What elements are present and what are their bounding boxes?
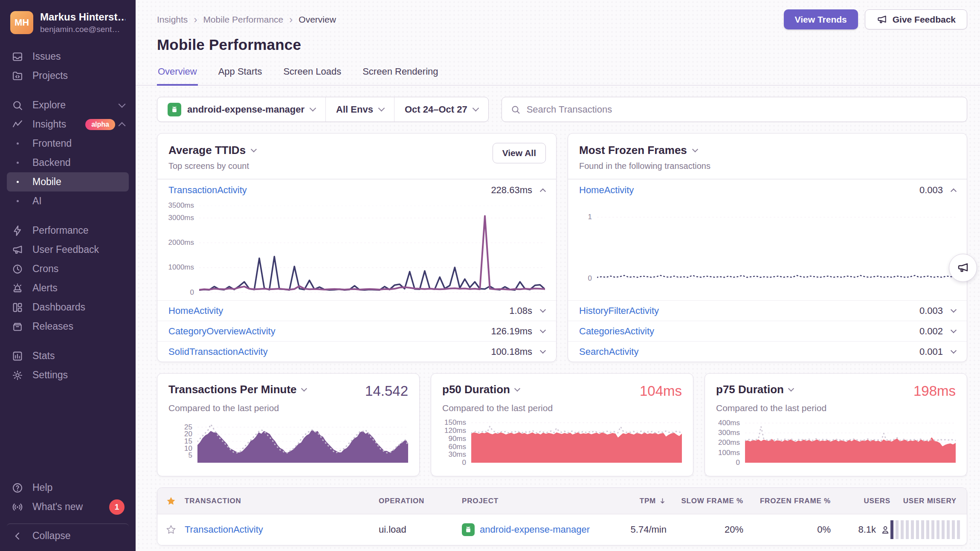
transaction-link[interactable]: TransactionActivity <box>185 524 263 535</box>
breadcrumb-overview: Overview <box>299 14 336 25</box>
frozen-card-subtitle: Found in the following transactions <box>579 161 956 171</box>
col-tpm-sorted[interactable]: TPM <box>640 497 667 505</box>
sidebar-item-ai[interactable]: AI <box>7 191 129 211</box>
date-range-value: Oct 24–Oct 27 <box>405 104 467 115</box>
give-feedback-button[interactable]: Give Feedback <box>865 9 967 29</box>
transaction-link[interactable]: HistoryFilterActivity <box>579 305 659 316</box>
col-slow-frame[interactable]: SLOW FRAME % <box>681 497 743 505</box>
transaction-link[interactable]: CategoriesActivity <box>579 326 654 337</box>
sidebar-item-stats[interactable]: Stats <box>7 346 129 365</box>
col-transaction[interactable]: TRANSACTION <box>185 497 379 505</box>
p75-subtitle: Compared to the last period <box>716 403 956 413</box>
transaction-link[interactable]: SolidTransactionActivity <box>168 346 268 357</box>
p50-value: 104ms <box>640 383 682 399</box>
siren-icon <box>11 282 24 295</box>
chevron-down-icon[interactable] <box>251 146 257 152</box>
expand-row-icon[interactable] <box>951 327 957 333</box>
sidebar-item-alerts[interactable]: Alerts <box>7 278 129 298</box>
tab-overview[interactable]: Overview <box>157 62 198 86</box>
project-link[interactable]: android-expense-manager <box>480 524 590 535</box>
star-outline-icon[interactable] <box>165 524 177 535</box>
table-header-row: TRANSACTION OPERATION PROJECT TPM SLOW F… <box>157 488 967 514</box>
col-users[interactable]: USERS <box>864 497 890 505</box>
transactions-table: TRANSACTION OPERATION PROJECT TPM SLOW F… <box>157 487 967 545</box>
sidebar-item-dashboards[interactable]: Dashboards <box>7 298 129 317</box>
expand-row-icon[interactable] <box>540 307 546 313</box>
chevron-left-icon <box>11 530 24 542</box>
transaction-link[interactable]: HomeActivity <box>168 305 223 316</box>
insights-icon <box>11 118 24 131</box>
sidebar-item-releases[interactable]: Releases <box>7 317 129 336</box>
sidebar-item-label: Collapse <box>32 530 71 542</box>
sidebar: MH Markus Hinterst… benjamin.coe@sent… I… <box>0 0 136 551</box>
sidebar-item-settings[interactable]: Settings <box>7 365 129 385</box>
user-menu[interactable]: MH Markus Hinterst… benjamin.coe@sent… <box>7 11 129 34</box>
sidebar-item-frontend[interactable]: Frontend <box>7 134 129 153</box>
sidebar-item-whats-new[interactable]: What's new 1 <box>7 497 129 516</box>
expand-row-icon[interactable] <box>540 348 546 354</box>
search-input[interactable] <box>527 104 958 115</box>
chevron-down-icon[interactable] <box>301 386 307 392</box>
whats-new-badge: 1 <box>109 499 125 515</box>
p50-subtitle: Compared to the last period <box>442 403 682 413</box>
col-frozen-frame[interactable]: FROZEN FRAME % <box>760 497 831 505</box>
view-trends-button[interactable]: View Trends <box>784 9 858 29</box>
col-user-misery[interactable]: USER MISERY <box>903 497 967 505</box>
expand-row-icon[interactable] <box>951 348 957 354</box>
chevron-down-icon <box>472 105 479 112</box>
frozen-value: 0.002 <box>919 326 943 337</box>
p50-title: p50 Duration <box>442 383 510 396</box>
sidebar-item-projects[interactable]: Projects <box>7 66 129 85</box>
sidebar-item-explore[interactable]: Explore <box>7 96 129 115</box>
chevron-down-icon[interactable] <box>692 146 698 152</box>
transaction-link[interactable]: CategoryOverviewActivity <box>168 326 275 337</box>
alpha-badge: alpha <box>85 119 115 130</box>
bullet-icon <box>11 137 24 150</box>
sidebar-item-issues[interactable]: Issues <box>7 47 129 66</box>
environment-filter[interactable]: All Envs <box>325 97 394 122</box>
sidebar-item-insights[interactable]: Insights alpha <box>7 115 129 134</box>
sidebar-item-mobile[interactable]: Mobile <box>7 172 129 191</box>
frozen-frames-line-chart <box>597 206 956 280</box>
sidebar-item-backend[interactable]: Backend <box>7 153 129 172</box>
expand-row-icon[interactable] <box>951 307 957 313</box>
p50-duration-card: p50 Duration 104ms Compared to the last … <box>431 373 693 476</box>
col-project[interactable]: PROJECT <box>462 497 603 505</box>
sidebar-item-performance[interactable]: Performance <box>7 221 129 240</box>
y-axis-labels: 150ms120ms90ms60ms30ms0 <box>442 420 471 463</box>
sidebar-item-user-feedback[interactable]: User Feedback <box>7 240 129 259</box>
transaction-link[interactable]: TransactionActivity <box>168 185 247 196</box>
tab-screen-loads[interactable]: Screen Loads <box>282 62 342 85</box>
transaction-link[interactable]: HomeActivity <box>579 185 634 196</box>
breadcrumb-insights[interactable]: Insights <box>157 14 188 25</box>
breadcrumb: Insights › Mobile Performance › Overview <box>157 14 336 25</box>
sidebar-item-crons[interactable]: Crons <box>7 259 129 278</box>
collapse-row-icon[interactable] <box>951 188 957 194</box>
floating-feedback-button[interactable] <box>949 254 977 282</box>
y-axis-labels: 400ms300ms200ms100ms0 <box>716 420 745 463</box>
breadcrumb-mobile-performance[interactable]: Mobile Performance <box>203 14 283 25</box>
sidebar-collapse-button[interactable]: Collapse <box>7 523 129 542</box>
user-email: benjamin.coe@sent… <box>40 25 125 34</box>
chevron-down-icon[interactable] <box>788 386 794 392</box>
star-filled-icon[interactable] <box>165 496 177 507</box>
col-operation[interactable]: OPERATION <box>379 497 462 505</box>
transaction-link[interactable]: SearchActivity <box>579 346 638 357</box>
collapse-row-icon[interactable] <box>540 188 546 194</box>
operation-cell: ui.load <box>379 524 462 535</box>
tpm-cell: 5.74/min <box>631 524 667 535</box>
tab-app-starts[interactable]: App Starts <box>217 62 263 85</box>
ttid-value: 100.18ms <box>491 346 532 357</box>
view-all-button[interactable]: View All <box>493 143 546 163</box>
user-icon <box>880 525 890 535</box>
p50-area-chart <box>471 420 682 463</box>
sidebar-item-help[interactable]: Help <box>7 478 129 497</box>
project-filter[interactable]: android-expense-manager <box>157 97 325 122</box>
search-transactions-box <box>502 97 967 122</box>
date-range-filter[interactable]: Oct 24–Oct 27 <box>394 97 488 122</box>
chevron-down-icon[interactable] <box>514 386 520 392</box>
expand-row-icon[interactable] <box>540 327 546 333</box>
sidebar-item-label: Explore <box>32 99 66 111</box>
tab-screen-rendering[interactable]: Screen Rendering <box>362 62 439 85</box>
megaphone-icon <box>11 244 24 256</box>
